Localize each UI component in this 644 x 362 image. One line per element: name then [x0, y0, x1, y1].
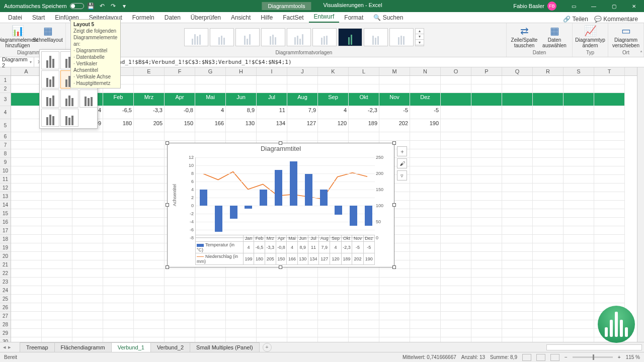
cell[interactable] — [441, 226, 471, 235]
cell[interactable] — [533, 119, 564, 132]
cell[interactable] — [195, 320, 226, 329]
cell[interactable] — [42, 226, 72, 235]
cell[interactable] — [594, 286, 625, 295]
cell[interactable] — [11, 252, 42, 260]
cell[interactable] — [42, 218, 72, 226]
select-data-button[interactable]: ▦Daten auswählen — [540, 24, 569, 50]
style-3[interactable] — [235, 28, 260, 46]
sheet-tab-small-multiples[interactable]: Small Multiples (Panel) — [190, 342, 259, 352]
cell[interactable] — [594, 119, 625, 132]
cell[interactable] — [42, 337, 72, 342]
sheet-tab-verbund1[interactable]: Verbund_1 — [111, 342, 151, 352]
cell[interactable] — [533, 201, 564, 209]
cell[interactable] — [318, 329, 349, 337]
cell[interactable] — [564, 226, 594, 235]
cell[interactable] — [379, 295, 410, 303]
cell[interactable] — [287, 278, 318, 286]
col-header[interactable]: P — [471, 67, 502, 75]
cell[interactable] — [441, 192, 471, 201]
cell[interactable] — [42, 166, 72, 175]
cell[interactable] — [441, 243, 471, 252]
cell[interactable] — [11, 278, 42, 286]
cell[interactable] — [42, 184, 72, 192]
cell[interactable] — [471, 158, 502, 166]
cell[interactable] — [11, 149, 42, 158]
cell[interactable] — [72, 166, 103, 175]
cell[interactable] — [195, 278, 226, 286]
bar[interactable] — [275, 170, 282, 206]
page-layout-view-button[interactable] — [536, 354, 545, 361]
cell[interactable] — [594, 149, 625, 158]
sheet-tab-verbund2[interactable]: Verbund_2 — [150, 342, 190, 352]
cell[interactable]: 130 — [226, 119, 257, 132]
cell[interactable] — [564, 278, 594, 286]
cell[interactable] — [410, 141, 441, 149]
cell[interactable] — [42, 175, 72, 184]
cell[interactable] — [195, 269, 226, 278]
cell[interactable] — [502, 84, 533, 93]
tab-ansicht[interactable]: Ansicht — [226, 12, 256, 23]
cell[interactable] — [134, 84, 165, 93]
cell[interactable] — [471, 252, 502, 260]
cell[interactable] — [502, 158, 533, 166]
cell[interactable]: Feb — [103, 93, 134, 106]
cell[interactable] — [594, 252, 625, 260]
cell[interactable] — [134, 303, 165, 312]
cell[interactable]: Sep — [318, 93, 349, 106]
cell[interactable] — [103, 286, 134, 295]
cell[interactable] — [349, 320, 379, 329]
cell[interactable] — [165, 132, 195, 141]
style-7[interactable] — [338, 28, 362, 46]
row-header[interactable]: 6 — [0, 132, 11, 141]
page-break-view-button[interactable] — [550, 354, 559, 361]
cell[interactable] — [226, 269, 257, 278]
cell[interactable] — [195, 84, 226, 93]
cell[interactable] — [134, 209, 165, 218]
horizontal-scrollbar[interactable] — [546, 344, 642, 350]
cell[interactable] — [502, 166, 533, 175]
cell[interactable] — [165, 76, 195, 84]
maximize-button[interactable]: ▢ — [604, 0, 624, 12]
col-header[interactable]: H — [226, 67, 257, 75]
cell[interactable] — [533, 303, 564, 312]
style-8[interactable] — [364, 28, 388, 46]
cell[interactable] — [564, 295, 594, 303]
cell[interactable] — [103, 252, 134, 260]
cell[interactable] — [533, 184, 564, 192]
cell[interactable] — [195, 303, 226, 312]
cell[interactable] — [72, 235, 103, 243]
cell[interactable] — [134, 260, 165, 269]
cell[interactable] — [134, 226, 165, 235]
cell[interactable] — [42, 260, 72, 269]
style-5[interactable] — [287, 28, 311, 46]
tab-entwurf[interactable]: Entwurf — [309, 11, 340, 23]
cell[interactable] — [287, 320, 318, 329]
cell[interactable] — [471, 93, 502, 106]
cell[interactable] — [318, 320, 349, 329]
cell[interactable] — [533, 312, 564, 320]
cell[interactable] — [594, 209, 625, 218]
cell[interactable] — [471, 269, 502, 278]
cell[interactable] — [42, 269, 72, 278]
cell[interactable] — [533, 337, 564, 342]
cell[interactable] — [502, 119, 533, 132]
cell[interactable] — [72, 218, 103, 226]
sheet-nav-prev-icon[interactable]: ◂ — [3, 344, 6, 350]
cell[interactable] — [471, 175, 502, 184]
cell[interactable]: 189 — [349, 119, 379, 132]
cell[interactable] — [379, 278, 410, 286]
autosave-toggle[interactable] — [70, 3, 84, 9]
cell[interactable] — [257, 278, 287, 286]
cell[interactable] — [564, 312, 594, 320]
row-header[interactable]: 25 — [0, 295, 11, 303]
style-9[interactable] — [389, 28, 414, 46]
cell[interactable] — [502, 141, 533, 149]
avatar[interactable]: FB — [547, 2, 556, 11]
cell[interactable] — [410, 132, 441, 141]
cell[interactable] — [441, 119, 471, 132]
cell[interactable] — [287, 84, 318, 93]
cell[interactable] — [564, 329, 594, 337]
cell[interactable] — [226, 320, 257, 329]
cell[interactable] — [410, 286, 441, 295]
cell[interactable] — [441, 320, 471, 329]
